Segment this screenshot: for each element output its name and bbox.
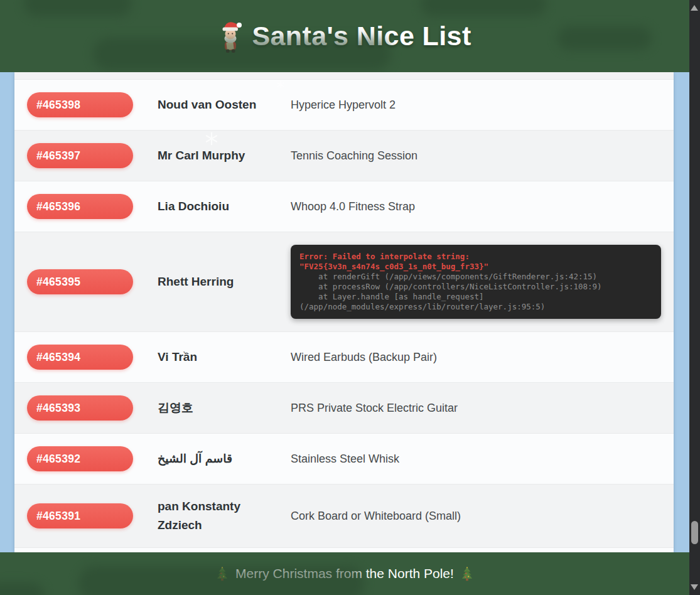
list-item: #465392 قاسم آل الشيخ Stainless Steel Wh… [14, 434, 674, 485]
header-blur-blob [24, 0, 132, 16]
child-name: Vi Trần [158, 348, 257, 367]
page-header: Santa's Nice List [0, 0, 689, 72]
list-item: #465395 Rhett Herring Error: Failed to i… [14, 232, 674, 332]
child-id-badge: #465395 [27, 269, 133, 294]
child-name: Lia Dochioiu [158, 197, 257, 216]
gift-label: Hyperice Hypervolt 2 [291, 97, 396, 113]
list-item: #465396 Lia Dochioiu Whoop 4.0 Fitness S… [14, 181, 674, 232]
footer-blur-blob [78, 566, 364, 595]
child-name: قاسم آل الشيخ [158, 449, 257, 468]
scroll-up-arrow-icon[interactable] [691, 5, 698, 11]
header-blur-blob [421, 0, 546, 16]
gift-label: Whoop 4.0 Fitness Strap [291, 198, 415, 215]
christmas-tree-icon [461, 566, 473, 581]
child-name: Mr Carl Murphy [158, 146, 257, 165]
gift-label: Tennis Coaching Session [291, 147, 417, 164]
gift-label: Cork Board or Whiteboard (Small) [291, 508, 461, 524]
scrollbar-thumb[interactable] [691, 521, 698, 544]
santas-nice-list-page: Santa's Nice List #465398 Noud van Ooste… [0, 0, 700, 595]
child-name: Noud van Oosten [158, 95, 257, 114]
list-item: #465398 Noud van Oosten Hyperice Hypervo… [14, 80, 674, 131]
vertical-scrollbar[interactable] [689, 0, 700, 595]
child-id-badge: #465396 [27, 194, 133, 219]
header-blur-blob [557, 26, 652, 50]
child-id-badge: #465394 [27, 345, 133, 370]
child-name: Rhett Herring [158, 272, 257, 291]
child-id-badge: #465398 [27, 92, 133, 117]
child-name: 김영호 [158, 399, 257, 417]
scroll-down-arrow-icon[interactable] [691, 584, 698, 590]
list-item: #465397 Mr Carl Murphy Tennis Coaching S… [14, 131, 674, 181]
child-name: pan Konstanty Zdziech [158, 497, 257, 535]
child-id-badge: #465392 [27, 446, 133, 471]
gift-label: Wired Earbuds (Backup Pair) [291, 349, 437, 365]
list-item: #465394 Vi Trần Wired Earbuds (Backup Pa… [14, 332, 674, 383]
header-blur-blob [93, 38, 391, 70]
error-block: Error: Failed to interpolate string:"FV2… [291, 245, 661, 319]
list-item: #465393 김영호 PRS Private Stock Electric G… [14, 383, 674, 434]
page-footer: Merry Christmas from the North Pole! [0, 552, 689, 595]
footer-blur-blob [0, 582, 44, 595]
partial-row-above [14, 72, 674, 80]
nice-list-rows: #465398 Noud van Oosten Hyperice Hypervo… [14, 80, 674, 548]
gift-label: Stainless Steel Whisk [291, 451, 399, 467]
child-id-badge: #465393 [27, 395, 133, 421]
nice-list-card: #465398 Noud van Oosten Hyperice Hypervo… [14, 72, 674, 552]
child-id-badge: #465391 [27, 503, 133, 528]
gift-label: PRS Private Stock Electric Guitar [291, 400, 458, 416]
list-item: #465391 pan Konstanty Zdziech Cork Board… [14, 485, 674, 548]
child-id-badge: #465397 [27, 143, 133, 168]
